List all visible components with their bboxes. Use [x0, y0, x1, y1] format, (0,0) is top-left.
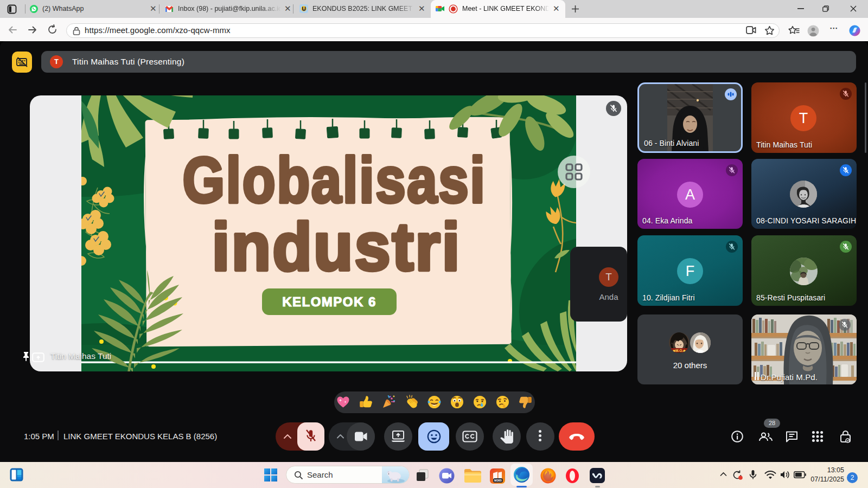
svg-text:KELOMPOK 6: KELOMPOK 6 [282, 294, 376, 309]
svg-text:industri: industri [212, 208, 461, 284]
svg-text:◆M.O.◆: ◆M.O.◆ [672, 349, 686, 352]
svg-text:M365: M365 [494, 479, 502, 482]
svg-text:Globalisasi: Globalisasi [182, 144, 486, 216]
